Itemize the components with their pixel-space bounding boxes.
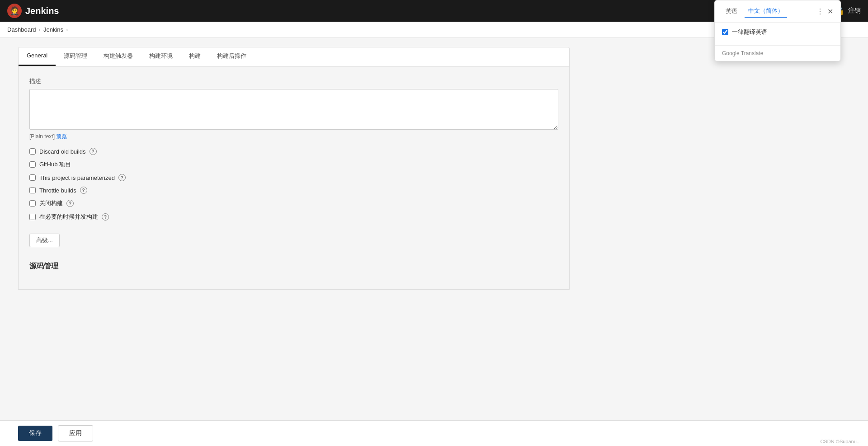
help-icon-disable[interactable]: ? bbox=[66, 200, 74, 207]
translate-always-checkbox[interactable] bbox=[722, 29, 728, 35]
translate-header: 英语 中文（简体） ⋮ ✕ bbox=[715, 0, 840, 23]
breadcrumb-jenkins[interactable]: Jenkins bbox=[43, 26, 63, 33]
tab-build-trigger[interactable]: 构建触发器 bbox=[95, 47, 141, 66]
footer-text: CSDN ©Supanu... bbox=[821, 439, 861, 444]
help-icon-throttle[interactable]: ? bbox=[80, 187, 87, 194]
translate-always-label: 一律翻译英语 bbox=[732, 28, 767, 36]
checkbox-row-discard: Discard old builds ? bbox=[29, 148, 558, 155]
breadcrumb-sep-2: › bbox=[66, 26, 68, 33]
translate-lang-english[interactable]: 英语 bbox=[722, 5, 741, 17]
translate-header-actions: ⋮ ✕ bbox=[816, 7, 833, 16]
checkbox-label-parameterized: This project is parameterized bbox=[39, 174, 115, 181]
description-label: 描述 bbox=[29, 77, 558, 85]
checkbox-concurrent[interactable] bbox=[29, 214, 36, 220]
jenkins-icon: 🤵 bbox=[7, 4, 22, 18]
checkbox-label-concurrent: 在必要的时候并发构建 bbox=[39, 213, 98, 221]
advanced-button[interactable]: 高级... bbox=[29, 234, 60, 247]
plain-text-label: [Plain text] bbox=[29, 133, 55, 140]
checkbox-disable[interactable] bbox=[29, 200, 36, 207]
app-title: Jenkins bbox=[25, 6, 59, 16]
checkbox-label-discard-builds: Discard old builds bbox=[39, 148, 86, 155]
checkbox-row-parameterized: This project is parameterized ? bbox=[29, 174, 558, 181]
tab-general[interactable]: General bbox=[19, 47, 56, 66]
save-button[interactable]: 保存 bbox=[18, 426, 52, 441]
checkbox-row-concurrent: 在必要的时候并发构建 ? bbox=[29, 213, 558, 221]
checkbox-row-github: GitHub 项目 bbox=[29, 160, 558, 169]
checkbox-group: Discard old builds ? GitHub 项目 This proj… bbox=[29, 148, 558, 221]
breadcrumb-dashboard[interactable]: Dashboard bbox=[7, 26, 36, 33]
page-wrapper: General 源码管理 构建触发器 构建环境 构建 构建后操作 描述 [Pla… bbox=[0, 38, 868, 444]
checkbox-parameterized[interactable] bbox=[29, 174, 36, 181]
tab-build[interactable]: 构建 bbox=[181, 47, 209, 66]
translate-close-icon[interactable]: ✕ bbox=[827, 7, 833, 16]
jenkins-logo: 🤵 Jenkins bbox=[7, 4, 59, 18]
apply-button[interactable]: 应用 bbox=[58, 425, 93, 441]
login-label[interactable]: 注销 bbox=[848, 7, 861, 15]
translate-popup: 英语 中文（简体） ⋮ ✕ 一律翻译英语 Google Translate bbox=[714, 0, 841, 61]
description-textarea[interactable] bbox=[29, 89, 558, 130]
tab-build-env[interactable]: 构建环境 bbox=[141, 47, 181, 66]
plain-text-hint: [Plain text] 预览 bbox=[29, 133, 558, 141]
form-area: 描述 [Plain text] 预览 Discard old builds ? … bbox=[18, 66, 570, 290]
checkbox-github[interactable] bbox=[29, 161, 36, 168]
checkbox-row-disable: 关闭构建 ? bbox=[29, 199, 558, 207]
checkbox-label-disable: 关闭构建 bbox=[39, 199, 63, 207]
preview-link[interactable]: 预览 bbox=[56, 133, 67, 140]
checkbox-label-github: GitHub 项目 bbox=[39, 160, 71, 169]
tab-source[interactable]: 源码管理 bbox=[56, 47, 95, 66]
tab-bar: General 源码管理 构建触发器 构建环境 构建 构建后操作 bbox=[18, 47, 570, 66]
breadcrumb-sep-1: › bbox=[39, 26, 41, 33]
checkbox-row-throttle: Throttle builds ? bbox=[29, 187, 558, 194]
help-icon-parameterized[interactable]: ? bbox=[118, 174, 126, 181]
tab-post-build[interactable]: 构建后操作 bbox=[209, 47, 255, 66]
main-content: General 源码管理 构建触发器 构建环境 构建 构建后操作 描述 [Pla… bbox=[0, 38, 588, 444]
translate-more-icon[interactable]: ⋮ bbox=[816, 7, 824, 16]
help-icon-discard[interactable]: ? bbox=[90, 148, 97, 155]
checkbox-discard-builds[interactable] bbox=[29, 148, 36, 155]
help-icon-concurrent[interactable]: ? bbox=[102, 213, 109, 221]
translate-body: 一律翻译英语 bbox=[715, 23, 840, 45]
checkbox-label-throttle: Throttle builds bbox=[39, 187, 76, 194]
source-section-heading: 源码管理 bbox=[29, 262, 558, 271]
action-bar: 保存 应用 bbox=[0, 420, 868, 444]
checkbox-throttle[interactable] bbox=[29, 187, 36, 193]
translate-option-always: 一律翻译英语 bbox=[722, 28, 833, 36]
translate-lang-chinese[interactable]: 中文（简体） bbox=[745, 5, 787, 18]
google-translate-branding: Google Translate bbox=[715, 45, 840, 61]
